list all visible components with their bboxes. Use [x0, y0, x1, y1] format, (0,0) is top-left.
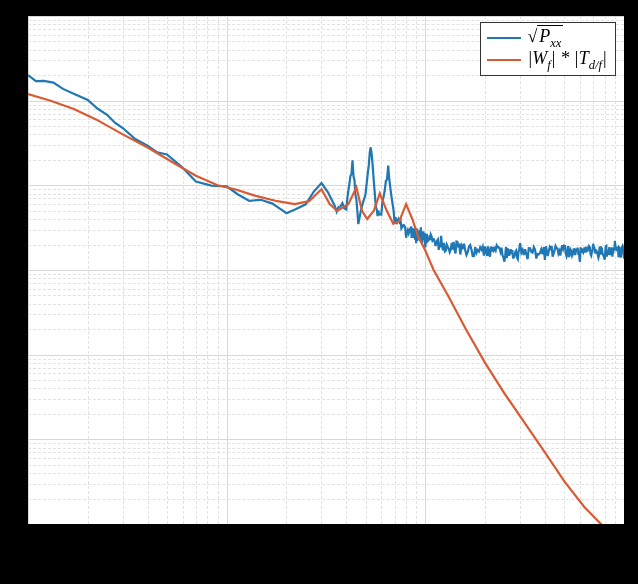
grid-line [28, 219, 624, 220]
grid-line [28, 452, 624, 453]
grid-line [28, 388, 624, 389]
legend: √Pxx |Wf| * |Td/f| [480, 22, 616, 76]
grid-line [28, 380, 624, 381]
grid-line [28, 270, 624, 271]
grid-line [28, 109, 624, 110]
plot-area: √Pxx |Wf| * |Td/f| [26, 14, 626, 526]
grid-line [28, 355, 624, 356]
grid-line [28, 359, 624, 360]
grid-line [28, 105, 624, 106]
grid-line [28, 114, 624, 115]
grid-line [28, 189, 624, 190]
grid-line [28, 20, 624, 21]
grid-line [28, 185, 624, 186]
grid-line [28, 134, 624, 135]
grid-line [28, 368, 624, 369]
grid-line [624, 16, 625, 524]
grid-line [28, 101, 624, 102]
grid-line [28, 295, 624, 296]
series-sqrt(Pxx) [28, 75, 624, 262]
grid-line [28, 145, 624, 146]
grid-line [28, 314, 624, 315]
grid-line [28, 198, 624, 199]
grid-line [28, 443, 624, 444]
grid-line [28, 274, 624, 275]
grid-line [28, 304, 624, 305]
grid-line [28, 363, 624, 364]
grid-line [28, 283, 624, 284]
legend-swatch [487, 59, 521, 61]
grid-line [28, 329, 624, 330]
grid-line [28, 278, 624, 279]
grid-line [28, 194, 624, 195]
grid-line [28, 484, 624, 485]
legend-entry: √Pxx [487, 27, 607, 49]
grid-line [28, 126, 624, 127]
grid-line [28, 119, 624, 120]
series-|Wf|*|Td/f| [28, 94, 624, 524]
grid-line [28, 458, 624, 459]
grid-line [28, 473, 624, 474]
legend-label: |Wf| * |Td/f| [527, 48, 607, 73]
legend-swatch [487, 37, 521, 39]
grid-line [28, 16, 624, 17]
grid-line [28, 230, 624, 231]
legend-label: √Pxx [527, 26, 563, 51]
grid-line [28, 524, 624, 525]
grid-line [28, 245, 624, 246]
grid-line [28, 448, 624, 449]
grid-line [28, 499, 624, 500]
legend-entry: |Wf| * |Td/f| [487, 49, 607, 71]
grid-line [28, 211, 624, 212]
grid-line [28, 160, 624, 161]
grid-line [28, 373, 624, 374]
grid-line [28, 399, 624, 400]
grid-line [28, 414, 624, 415]
grid-line [28, 204, 624, 205]
grid-line [28, 289, 624, 290]
grid-line [28, 465, 624, 466]
grid-line [28, 439, 624, 440]
